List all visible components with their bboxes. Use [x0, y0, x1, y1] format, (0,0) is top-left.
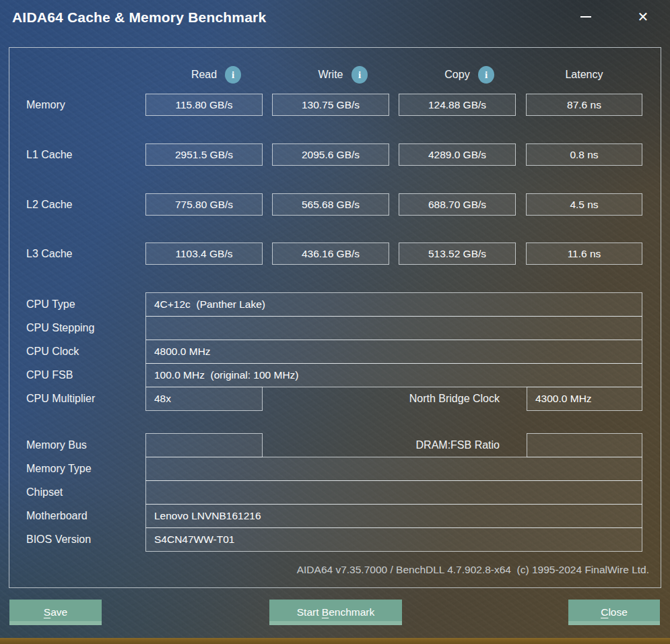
memory-bus-value	[145, 433, 263, 457]
cpu-type-value: 4C+12c (Panther Lake)	[145, 292, 642, 317]
close-button[interactable]: Close	[568, 600, 660, 625]
l2-write-value: 565.68 GB/s	[272, 193, 389, 216]
field-label-chipset: Chipset	[26, 480, 63, 505]
close-window-button[interactable]: ✕	[632, 5, 655, 28]
cpu-clock-value: 4800.0 MHz	[145, 340, 642, 364]
memory-copy-value: 124.88 GB/s	[399, 94, 516, 116]
column-header-read: Read i	[145, 65, 263, 85]
l2-read-value: 775.80 GB/s	[145, 193, 263, 216]
motherboard-value: Lenovo LNVNB161216	[145, 504, 642, 528]
l1-copy-value: 4289.0 GB/s	[399, 143, 516, 166]
save-label-accel: S	[44, 606, 51, 618]
row-label-l1-cache: L1 Cache	[26, 143, 73, 166]
close-label-accel: C	[601, 606, 608, 618]
close-label-post: lose	[608, 606, 627, 618]
start-label-pre: Start	[297, 606, 322, 618]
field-label-north-bridge-clock: North Bridge Clock	[272, 387, 527, 411]
cpu-fsb-value: 100.0 MHz (original: 100 MHz)	[145, 363, 642, 387]
memory-write-value: 130.75 GB/s	[272, 94, 389, 116]
start-label-accel: B	[322, 606, 329, 618]
close-icon: ✕	[638, 9, 649, 25]
row-label-l3-cache: L3 Cache	[26, 243, 73, 265]
copy-header-label: Copy	[444, 69, 469, 80]
l3-read-value: 1103.4 GB/s	[145, 243, 263, 265]
field-label-cpu-clock: CPU Clock	[26, 340, 79, 364]
save-button[interactable]: Save	[9, 600, 102, 625]
start-benchmark-button[interactable]: Start Benchmark	[269, 600, 402, 625]
field-label-motherboard: Motherboard	[26, 504, 88, 528]
write-header-label: Write	[318, 69, 343, 80]
l1-write-value: 2095.6 GB/s	[272, 143, 389, 166]
north-bridge-clock-value: 4300.0 MHz	[527, 387, 642, 411]
column-header-copy: Copy i	[399, 65, 516, 85]
memory-latency-value: 87.6 ns	[526, 94, 642, 116]
chipset-value	[145, 480, 642, 505]
minimize-button[interactable]	[574, 5, 597, 28]
save-label-post: ave	[51, 606, 67, 618]
field-label-bios-version: BIOS Version	[26, 527, 91, 552]
l1-read-value: 2951.5 GB/s	[145, 143, 263, 166]
cpu-multiplier-value: 48x	[145, 387, 263, 411]
cpu-stepping-value	[145, 316, 642, 340]
column-header-latency: Latency	[526, 65, 642, 85]
field-label-memory-bus: Memory Bus	[26, 433, 87, 457]
row-label-memory: Memory	[26, 94, 65, 116]
field-label-cpu-multiplier: CPU Multiplier	[26, 387, 95, 411]
dram-fsb-ratio-value	[527, 433, 642, 457]
read-info-icon[interactable]: i	[225, 66, 241, 84]
field-label-dram-fsb-ratio: DRAM:FSB Ratio	[272, 433, 527, 457]
latency-header-label: Latency	[565, 69, 603, 80]
version-credits-text: AIDA64 v7.35.7000 / BenchDLL 4.7.902.8-x…	[297, 564, 649, 576]
field-label-cpu-fsb: CPU FSB	[26, 363, 73, 387]
column-header-write: Write i	[272, 65, 389, 85]
field-label-memory-type: Memory Type	[26, 457, 92, 481]
l3-write-value: 436.16 GB/s	[272, 243, 389, 265]
row-label-l2-cache: L2 Cache	[26, 193, 73, 216]
memory-read-value: 115.80 GB/s	[145, 94, 263, 116]
copy-info-icon[interactable]: i	[478, 66, 494, 84]
start-label-post: enchmark	[329, 606, 374, 618]
bios-version-value: S4CN47WW-T01	[145, 527, 642, 552]
minimize-icon	[580, 16, 591, 18]
l1-latency-value: 0.8 ns	[526, 143, 642, 166]
benchmark-panel: Read i Write i Copy i Latency Memory 115…	[9, 47, 661, 588]
field-label-cpu-type: CPU Type	[26, 292, 75, 317]
desktop-background-strip	[0, 638, 670, 644]
l2-latency-value: 4.5 ns	[526, 193, 642, 216]
l2-copy-value: 688.70 GB/s	[399, 193, 516, 216]
write-info-icon[interactable]: i	[351, 66, 368, 84]
l3-copy-value: 513.52 GB/s	[399, 243, 516, 265]
l3-latency-value: 11.6 ns	[526, 243, 642, 265]
window-title: AIDA64 Cache & Memory Benchmark	[12, 9, 266, 26]
aida64-benchmark-window: { "window": { "title": "AIDA64 Cache & M…	[0, 0, 670, 644]
read-header-label: Read	[191, 69, 217, 80]
field-label-cpu-stepping: CPU Stepping	[26, 316, 94, 340]
memory-type-value	[145, 457, 642, 481]
